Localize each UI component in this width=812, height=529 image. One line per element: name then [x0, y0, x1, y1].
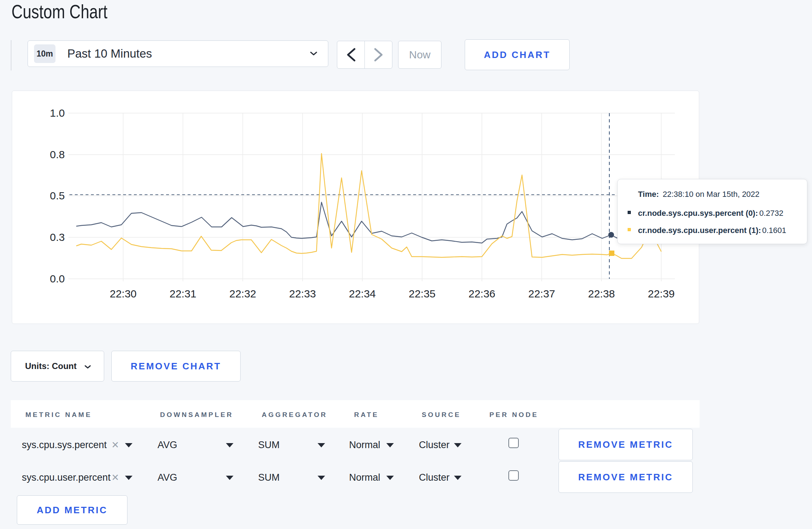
- svg-text:0.3: 0.3: [50, 231, 65, 243]
- svg-text:22:37: 22:37: [528, 288, 555, 300]
- svg-text:22:31: 22:31: [169, 288, 196, 300]
- svg-text:22:36: 22:36: [468, 288, 495, 300]
- svg-text:0.0: 0.0: [50, 273, 65, 285]
- svg-text:22:39: 22:39: [648, 288, 675, 300]
- svg-text:0.8: 0.8: [50, 149, 65, 160]
- svg-text:22:35: 22:35: [409, 288, 435, 300]
- svg-text:22:33: 22:33: [289, 288, 316, 300]
- svg-text:22:30: 22:30: [110, 288, 136, 300]
- svg-text:22:34: 22:34: [349, 288, 376, 300]
- svg-text:22:38: 22:38: [588, 288, 615, 300]
- svg-text:0.5: 0.5: [50, 190, 65, 202]
- svg-text:1.0: 1.0: [50, 107, 65, 119]
- svg-text:22:32: 22:32: [229, 288, 256, 300]
